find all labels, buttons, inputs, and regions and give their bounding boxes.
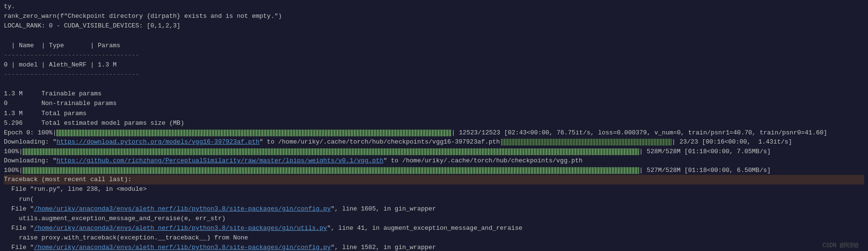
download-vgg-line: Downloading: "https://github.com/richzha… bbox=[4, 156, 864, 166]
dl-mid-1: " to /home/uriky/.cache/torch/hub/checkp… bbox=[260, 137, 500, 147]
traceback-header: Traceback (most recent call last): bbox=[4, 175, 864, 185]
file-link-1[interactable]: /home/uriky/anaconda3/envs/aleth_nerf/li… bbox=[34, 205, 330, 212]
traceback-file-3: File "/home/uriky/anaconda3/envs/aleth_n… bbox=[4, 243, 864, 251]
line-1: ty. bbox=[4, 2, 864, 12]
line-blank-1 bbox=[4, 31, 864, 40]
line-3: LOCAL_RANK: 0 - CUDA_VISIBLE_DEVICES: [0… bbox=[4, 21, 864, 31]
watermark: CSDN @阿胆@ bbox=[823, 241, 858, 250]
model-size: 5.296 Total estimated model params size … bbox=[4, 119, 864, 128]
traceback-file-2: File "/home/uriky/anaconda3/envs/aleth_n… bbox=[4, 224, 864, 233]
download-vgg16-line: Downloading: "https://download.pytorch.o… bbox=[4, 137, 864, 147]
total-params: 1.3 M Total params bbox=[4, 109, 864, 119]
separator-2: ------------------------------------ bbox=[4, 70, 864, 79]
separator-1: ------------------------------------ bbox=[4, 51, 864, 60]
epoch-progress-line: Epoch 0: 100%| | 12523/12523 [02:43<00:0… bbox=[4, 128, 864, 138]
dl-progress-bar-2 bbox=[23, 148, 639, 155]
line-blank-2 bbox=[4, 79, 864, 89]
dl-100-label-2: 100%| bbox=[4, 166, 23, 175]
dl-stats-3: | 527M/528M [01:18<00:00, 6.50MB/s] bbox=[639, 166, 771, 175]
dl-progress-bar-3 bbox=[23, 167, 639, 174]
dl-stats-2: | 528M/528M [01:18<00:00, 7.05MB/s] bbox=[639, 147, 771, 157]
line-2: rank_zero_warn(f"Checkpoint directory {d… bbox=[4, 12, 864, 21]
table-header: | Name | Type | Params bbox=[4, 41, 864, 51]
table-row-0: 0 | model | Aleth_NeRF | 1.3 M bbox=[4, 60, 864, 70]
traceback-line-2: run( bbox=[4, 195, 864, 204]
epoch-stats: | 12523/12523 [02:43<00:00, 76.75it/s, l… bbox=[451, 128, 827, 138]
non-trainable-params: 0 Non-trainable params bbox=[4, 99, 864, 108]
dl-mid-2: " to /home/uriky/.cache/torch/hub/checkp… bbox=[383, 156, 582, 166]
epoch-progress-bar bbox=[56, 130, 451, 136]
dl-link-1[interactable]: https://download.pytorch.org/models/vgg1… bbox=[56, 137, 259, 147]
file-link-2[interactable]: /home/uriky/anaconda3/envs/aleth_nerf/li… bbox=[34, 225, 327, 232]
dl-100-line-1: 100%| | 528M/528M [01:18<00:00, 7.05MB/s… bbox=[4, 147, 864, 157]
trainable-params: 1.3 M Trainable params bbox=[4, 89, 864, 99]
dl-100-line-2: 100%| | 527M/528M [01:18<00:00, 6.50MB/s… bbox=[4, 166, 864, 175]
dl-100-label-1: 100%| bbox=[4, 147, 23, 157]
terminal: ty. rank_zero_warn(f"Checkpoint director… bbox=[4, 2, 864, 251]
traceback-line-4: raise proxy.with_traceback(exception.__t… bbox=[4, 233, 864, 243]
dl-progress-bar-1 bbox=[501, 139, 672, 145]
dl-link-2[interactable]: https://github.com/richzhang/PerceptualS… bbox=[56, 156, 383, 166]
file-link-3[interactable]: /home/uriky/anaconda3/envs/aleth_nerf/li… bbox=[34, 244, 330, 251]
dl-stats-1: | 23/23 [00:16<00:00, 1.43it/s] bbox=[672, 137, 792, 147]
dl-prefix-1: Downloading: " bbox=[4, 137, 56, 147]
dl-prefix-2: Downloading: " bbox=[4, 156, 56, 166]
epoch-label: Epoch 0: 100%| bbox=[4, 128, 56, 138]
traceback-line-3: utils.augment_exception_message_and_rera… bbox=[4, 214, 864, 224]
traceback-line-1: File "run.py", line 238, in <module> bbox=[4, 185, 864, 194]
traceback-file-1: File "/home/uriky/anaconda3/envs/aleth_n… bbox=[4, 204, 864, 214]
